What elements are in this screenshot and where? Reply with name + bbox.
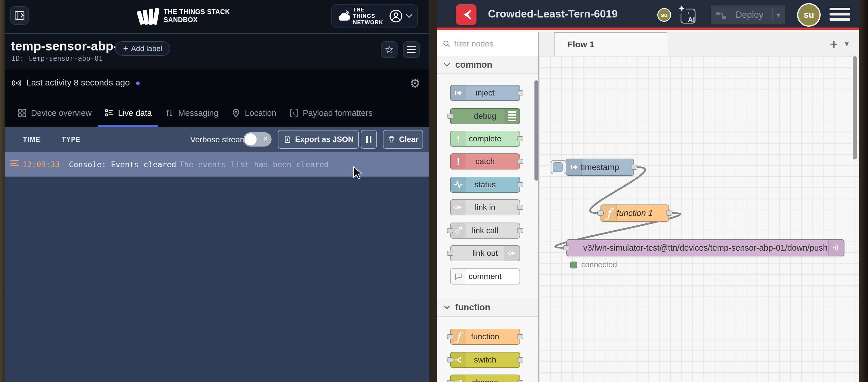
- flow-node-function-1[interactable]: ƒ function 1: [600, 205, 669, 222]
- palette-node-label: link out: [451, 246, 520, 261]
- category-common[interactable]: common: [437, 56, 538, 74]
- tab-location[interactable]: Location: [225, 99, 283, 127]
- tab-flow-1[interactable]: Flow 1: [554, 32, 668, 56]
- node-output-port[interactable]: [517, 182, 523, 187]
- palette-node-status[interactable]: status: [450, 177, 520, 193]
- node-output-port[interactable]: [631, 165, 637, 170]
- network-switcher-button[interactable]: THE THINGS NETWORK: [331, 4, 417, 28]
- add-label-text: Add label: [131, 44, 162, 53]
- pause-stream-button[interactable]: [361, 130, 377, 149]
- inject-trigger-button[interactable]: [551, 160, 566, 174]
- node-input-port[interactable]: [447, 113, 453, 119]
- verbose-stream-toggle[interactable]: ×: [243, 132, 272, 146]
- node-input-port[interactable]: [447, 251, 453, 256]
- hamburger-icon: [830, 8, 850, 10]
- chevron-down-icon: [406, 13, 412, 19]
- node-palette: common inject debug: [437, 32, 539, 382]
- mqtt-status-dot: [570, 262, 577, 269]
- add-label-button[interactable]: + Add label: [115, 41, 170, 56]
- palette-node-label: debug: [451, 109, 520, 124]
- network-name-line1: THE THINGS: [353, 7, 375, 19]
- node-output-port[interactable]: [517, 205, 523, 210]
- bookmark-button[interactable]: ☆: [381, 41, 398, 58]
- deploy-caret-icon[interactable]: ▾: [772, 9, 780, 21]
- node-output-port[interactable]: [517, 159, 523, 164]
- nodered-window: Crowded-Least-Tern-6019 su ✦ ✧ AI Deploy…: [437, 0, 859, 382]
- palette-node-change[interactable]: change: [450, 375, 520, 382]
- flow-node-label: function 1: [601, 205, 669, 221]
- node-output-port[interactable]: [517, 90, 523, 96]
- arrows-updown-icon: [164, 108, 174, 118]
- plus-icon: +: [830, 36, 838, 52]
- tab-messaging[interactable]: Messaging: [158, 99, 225, 127]
- palette-node-comment[interactable]: comment: [450, 269, 520, 284]
- device-id: ID: temp-sensor-abp-01: [11, 55, 103, 63]
- column-header-type: TYPE: [62, 136, 81, 143]
- device-menu-button[interactable]: [403, 41, 420, 58]
- pause-icon: [366, 136, 371, 143]
- palette-node-link-in[interactable]: link in: [450, 199, 520, 215]
- palette-node-complete[interactable]: ! complete: [450, 131, 520, 147]
- plus-icon: +: [123, 44, 128, 53]
- page-title: temp-sensor-abp-01: [11, 39, 132, 53]
- export-json-button[interactable]: Export as JSON: [278, 130, 359, 149]
- tab-payload-formatters[interactable]: Payload formatters: [283, 99, 379, 127]
- node-input-port[interactable]: [563, 245, 569, 250]
- palette-node-link-call[interactable]: link call: [450, 222, 520, 239]
- flow-canvas[interactable]: timestamp ƒ function 1 v3/lwn-simulator-…: [539, 56, 859, 382]
- device-title-section: temp-sensor-abp-01 ID: temp-sensor-abp-0…: [5, 34, 429, 69]
- palette-node-switch[interactable]: switch: [450, 352, 520, 368]
- node-input-port[interactable]: [447, 334, 453, 339]
- user-badge-small[interactable]: su: [657, 8, 671, 22]
- category-label: function: [455, 302, 490, 313]
- palette-node-inject[interactable]: inject: [450, 85, 520, 101]
- grid-icon: [17, 108, 27, 118]
- node-input-port[interactable]: [447, 228, 453, 233]
- device-tabs: Device overview Live data Messaging: [5, 99, 429, 127]
- palette-node-catch[interactable]: ! catch: [450, 153, 520, 170]
- flow-node-timestamp[interactable]: timestamp: [566, 159, 634, 176]
- node-input-port[interactable]: [447, 380, 453, 382]
- node-output-port[interactable]: [517, 380, 523, 382]
- node-input-port[interactable]: [597, 210, 603, 216]
- tab-live-data[interactable]: Live data: [98, 99, 158, 127]
- node-input-port[interactable]: [447, 357, 453, 362]
- palette-node-label: link call: [451, 223, 520, 238]
- last-activity: Last activity 8 seconds ago: [11, 77, 140, 88]
- palette-scrollbar[interactable]: [534, 80, 538, 181]
- filter-nodes-input[interactable]: [454, 39, 523, 48]
- palette-node-link-out[interactable]: link out: [450, 245, 520, 261]
- ttn-logo: THE THINGS STACK SANDBOX: [138, 7, 230, 25]
- canvas-scrollbar[interactable]: [853, 56, 857, 160]
- palette-node-function[interactable]: ƒ function: [450, 329, 520, 345]
- avatar: [389, 9, 403, 23]
- deploy-button[interactable]: Deploy ▾: [711, 5, 785, 24]
- node-output-port[interactable]: [517, 136, 523, 141]
- ai-assistant-button[interactable]: ✦ ✧ AI: [679, 6, 696, 25]
- nodered-header: Crowded-Least-Tern-6019 su ✦ ✧ AI Deploy…: [437, 0, 859, 30]
- desktop: THE THINGS STACK SANDBOX THE THINGS NETW…: [0, 0, 868, 382]
- add-flow-button[interactable]: +: [826, 36, 842, 52]
- category-function[interactable]: function: [437, 299, 538, 317]
- clear-events-button[interactable]: Clear: [383, 130, 423, 149]
- tab-label: Messaging: [178, 108, 218, 118]
- node-output-port[interactable]: [666, 210, 672, 216]
- node-output-port[interactable]: [517, 357, 523, 362]
- user-avatar[interactable]: su: [797, 3, 820, 27]
- flow-node-mqtt-out[interactable]: v3/lwn-simulator-test@ttn/devices/temp-s…: [566, 239, 844, 256]
- flow-node-label: timestamp: [566, 159, 633, 175]
- sidebar-toggle-button[interactable]: [10, 6, 29, 25]
- event-row[interactable]: 12:09:33 Console: Events cleared The eve…: [5, 152, 429, 177]
- palette-filter[interactable]: [437, 32, 538, 56]
- payload-icon: [289, 108, 299, 118]
- main-menu-button[interactable]: [830, 8, 850, 21]
- palette-node-debug[interactable]: debug: [450, 108, 520, 124]
- flow-list-dropdown[interactable]: ▾: [845, 39, 849, 48]
- tab-label: Device overview: [31, 108, 92, 118]
- palette-node-label: link in: [451, 200, 520, 215]
- flow-wires: [539, 56, 859, 382]
- device-settings-gear-icon[interactable]: ⚙: [410, 76, 421, 90]
- node-output-port[interactable]: [517, 228, 523, 233]
- node-output-port[interactable]: [517, 334, 523, 339]
- tab-device-overview[interactable]: Device overview: [11, 99, 98, 127]
